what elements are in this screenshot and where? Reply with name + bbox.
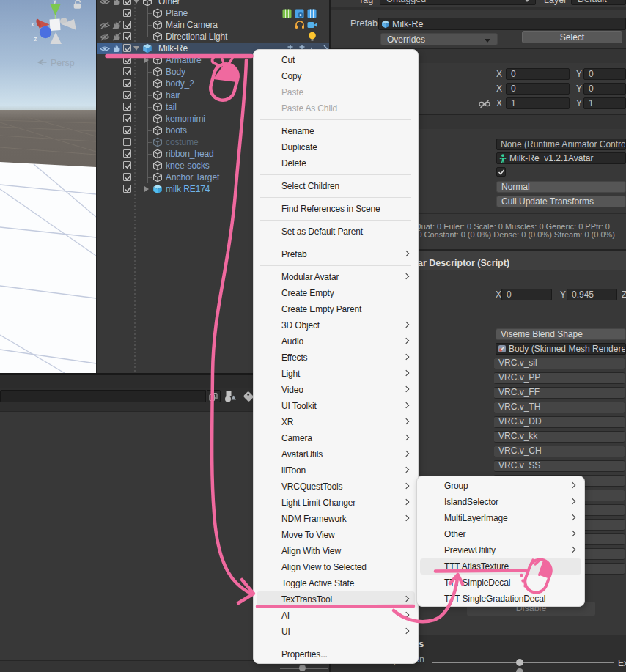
svg-text:x: x [31, 21, 34, 28]
svg-text:z: z [34, 35, 37, 43]
svg-text:y: y [54, 0, 57, 4]
svg-text:Persp: Persp [51, 58, 75, 68]
